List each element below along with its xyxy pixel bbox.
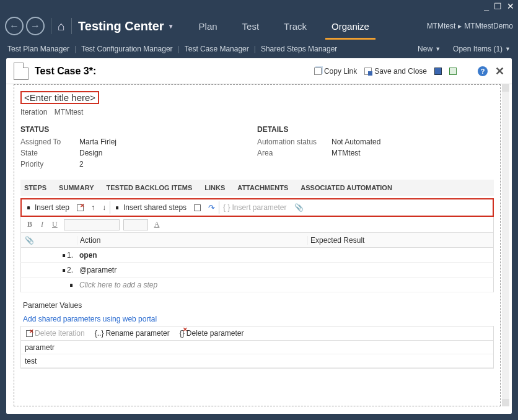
close-window-button[interactable]: ✕ [507,2,514,11]
main-tabs: Plan Test Track Organize [187,12,427,40]
parameter-column-header[interactable]: parametr [21,341,493,354]
rename-icon: {..} [95,329,104,338]
step-action[interactable]: @parametr [77,266,307,274]
copy-link-icon [314,68,322,75]
open-items-dropdown[interactable]: Open Items (1) ▼ [453,45,511,53]
insert-parameter-button[interactable]: { }Insert parameter [219,199,290,216]
insert-shared-steps-button[interactable]: Insert shared steps [110,199,190,216]
vertical-scrollbar[interactable] [502,84,509,406]
step-type-icon [58,267,66,273]
delete-step-button[interactable]: ✕ [73,199,87,216]
insert-param-label: Insert parameter [232,203,286,212]
italic-button[interactable]: I [38,220,46,229]
section-tab-automation[interactable]: ASSOCIATED AUTOMATION [301,184,392,191]
save-button[interactable] [434,68,442,75]
subnav-shared-steps-manager[interactable]: Shared Steps Manager [261,45,337,53]
redo-button[interactable]: ↷ [204,199,219,216]
add-step-placeholder[interactable]: Click here to add a step [77,281,307,289]
tab-plan[interactable]: Plan [187,12,230,40]
divider [71,18,72,34]
app-dropdown-caret[interactable]: ▼ [168,23,174,30]
delete-iteration-label: Delete iteration [35,329,85,338]
breadcrumb-sep-icon: ▸ [458,22,462,30]
steps-toolbar: Insert step ✕ ↑ ↓ Insert shared steps ↷ … [20,198,494,217]
move-down-button[interactable]: ↓ [99,199,110,216]
refresh-button[interactable] [449,68,457,75]
step-action[interactable]: open [77,251,307,260]
step-row[interactable]: 2. @parametr [20,263,494,278]
subnav-test-case-manager[interactable]: Test Case Manager [185,45,249,53]
save-close-icon [364,68,372,75]
save-and-close-button[interactable]: Save and Close [364,67,427,76]
step-number: 2. [67,266,73,274]
section-tab-backlog[interactable]: TESTED BACKLOG ITEMS [107,184,193,191]
insert-step-button[interactable]: Insert step [22,199,73,216]
status-heading: STATUS [20,125,257,134]
section-tab-steps[interactable]: STEPS [24,184,46,191]
help-button[interactable]: ? [478,66,488,76]
new-dropdown[interactable]: New ▼ [418,45,441,53]
section-tab-links[interactable]: LINKS [204,184,225,191]
iteration-label: Iteration [20,108,47,116]
subnav-test-config-manager[interactable]: Test Configuration Manager [81,45,172,53]
delete-step-icon: ✕ [77,204,84,211]
underline-button[interactable]: U [50,220,60,229]
font-family-select[interactable] [64,219,120,230]
tab-organize[interactable]: Organize [319,12,382,40]
create-shared-icon [194,204,201,211]
create-shared-steps-button[interactable] [190,199,204,216]
automation-status-value[interactable]: Not Automated [331,138,380,146]
font-color-button[interactable]: A [152,220,162,229]
title-input[interactable]: <Enter title here> [20,91,99,104]
subnav-test-plan-manager[interactable]: Test Plan Manager [7,45,69,53]
bold-button[interactable]: B [25,220,35,229]
assigned-to-value[interactable]: Marta Firlej [79,138,116,146]
parameter-value-cell[interactable]: test [21,354,493,368]
add-step-row[interactable]: Click here to add a step [20,278,494,292]
maximize-button[interactable]: ☐ [494,2,502,11]
close-document-button[interactable]: ✕ [495,64,504,78]
iteration-row: Iteration MTMtest [20,108,494,116]
font-size-select[interactable] [123,219,148,230]
rename-parameter-button[interactable]: {..}Rename parameter [90,329,175,338]
header-bar: ← → ⌂ Testing Center ▼ Plan Test Track O… [0,12,518,40]
breadcrumb-a[interactable]: MTMtest [427,22,456,30]
iteration-value[interactable]: MTMtest [55,108,84,116]
priority-label: Priority [20,160,79,168]
content-area: Test Case 3*: Copy Link Save and Close ?… [6,58,512,414]
move-up-button[interactable]: ↑ [87,199,99,216]
paperclip-icon: 📎 [294,203,304,212]
attach-button[interactable]: 📎 [291,199,307,216]
insert-step-label: Insert step [35,203,69,212]
delete-parameter-button[interactable]: {✕}Delete parameter [175,329,249,338]
forward-button[interactable]: → [26,17,45,35]
breadcrumb-b[interactable]: MTMtestDemo [464,22,513,30]
app-title: Testing Center [78,19,164,33]
add-shared-parameters-link[interactable]: Add shared parameters using web portal [20,312,159,326]
document-title: Test Case 3*: [35,66,96,77]
chevron-down-icon: ▼ [435,46,441,52]
section-tabs: STEPS SUMMARY TESTED BACKLOG ITEMS LINKS… [20,180,494,196]
paperclip-header-icon: 📎 [25,236,34,245]
tab-track[interactable]: Track [271,12,319,40]
window-titlebar: _ ☐ ✕ [0,0,518,12]
state-label: State [20,149,79,157]
breadcrumb[interactable]: MTMtest ▸ MTMtestDemo [427,22,513,30]
details-section: DETAILS Automation statusNot Automated A… [257,125,494,171]
back-button[interactable]: ← [5,17,24,35]
area-value[interactable]: MTMtest [331,149,361,157]
delete-iteration-button[interactable]: ✕Delete iteration [21,329,90,338]
step-row[interactable]: 1. open [20,248,494,263]
step-number: 1. [67,251,73,260]
tab-test[interactable]: Test [230,12,272,40]
open-items-label: Open Items (1) [453,45,503,53]
section-tab-summary[interactable]: SUMMARY [59,184,94,191]
section-tab-attachments[interactable]: ATTACHMENTS [237,184,288,191]
minimize-button[interactable]: _ [484,2,489,11]
state-value[interactable]: Design [79,149,102,157]
expected-header: Expected Result [307,236,493,245]
automation-status-label: Automation status [257,138,331,146]
home-icon[interactable]: ⌂ [58,19,65,33]
copy-link-button[interactable]: Copy Link [314,67,357,76]
priority-value[interactable]: 2 [79,160,84,168]
